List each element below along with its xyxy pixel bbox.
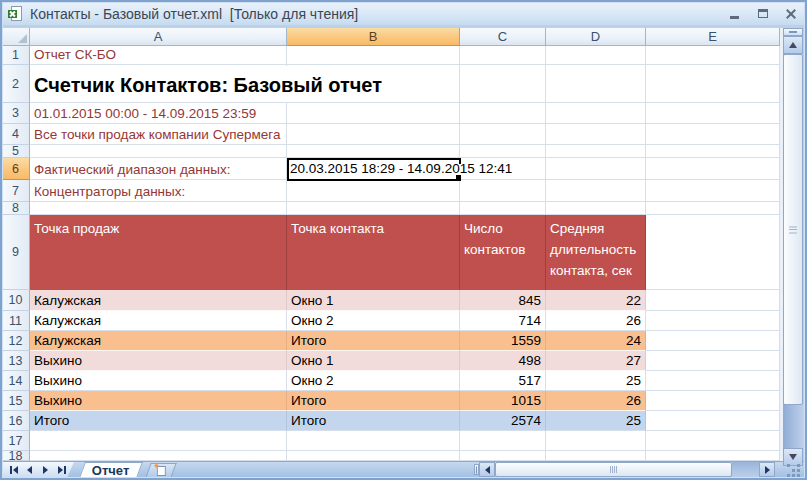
titlebar[interactable]: Контакты - Базовый отчет.xml [Только для… <box>2 2 805 25</box>
table-cell-avg[interactable]: 27 <box>546 351 646 371</box>
table-cell-contact[interactable]: Окно 1 <box>287 351 460 371</box>
cell-C17[interactable] <box>460 431 546 450</box>
cell-A8[interactable] <box>30 202 287 214</box>
table-cell-point[interactable]: Выхино <box>30 351 287 371</box>
table-cell-contact[interactable]: Итого <box>287 411 460 431</box>
row-header-6[interactable]: 6 <box>2 158 30 180</box>
cell-D2[interactable] <box>546 65 646 102</box>
table-cell-point[interactable]: Выхино <box>30 371 287 391</box>
table-cell-contact[interactable]: Окно 2 <box>287 371 460 391</box>
cell-C5[interactable] <box>460 145 546 157</box>
table-cell-count[interactable]: 714 <box>460 311 546 331</box>
cell-E9[interactable] <box>646 215 780 289</box>
table-cell-avg[interactable]: 25 <box>546 411 646 431</box>
cell-C3[interactable] <box>460 103 546 123</box>
cell-E12[interactable] <box>646 331 780 350</box>
cell-D18[interactable] <box>546 451 646 460</box>
fill-handle[interactable] <box>456 175 461 180</box>
vertical-split-handle[interactable] <box>783 28 803 36</box>
cell-D8[interactable] <box>546 202 646 214</box>
table-header-contact[interactable]: Точка контакта <box>287 215 460 290</box>
cell-C7[interactable] <box>460 180 546 201</box>
cell-C4[interactable] <box>460 124 546 144</box>
cell-B5[interactable] <box>287 145 460 157</box>
scroll-left-button[interactable] <box>479 462 495 477</box>
cell-E2[interactable] <box>646 65 780 102</box>
horizontal-split-handle[interactable] <box>474 464 479 475</box>
table-cell-point[interactable]: Калужская <box>30 331 287 351</box>
row-header-5[interactable]: 5 <box>2 145 30 158</box>
cell-D6[interactable] <box>546 158 646 179</box>
cell-a1-report-code[interactable]: Отчет СК-БО <box>30 46 287 65</box>
scroll-up-button[interactable] <box>783 36 803 54</box>
cell-E6[interactable] <box>646 158 780 179</box>
table-cell-count[interactable]: 1015 <box>460 391 546 411</box>
last-sheet-button[interactable] <box>55 463 68 477</box>
cell-B8[interactable] <box>287 202 460 214</box>
row-header-7[interactable]: 7 <box>2 180 30 202</box>
tab-otchet[interactable]: Отчет <box>79 462 143 478</box>
row-header-10[interactable]: 10 <box>2 290 30 311</box>
cell-E14[interactable] <box>646 371 780 390</box>
cell-A5[interactable] <box>30 145 287 157</box>
cell-B1[interactable] <box>287 46 460 64</box>
cell-A18[interactable] <box>30 451 287 460</box>
row-header-2[interactable]: 2 <box>2 65 30 103</box>
cell-C2[interactable] <box>460 65 546 102</box>
cell-B17[interactable] <box>287 431 460 450</box>
cell-E10[interactable] <box>646 290 780 310</box>
row-header-18[interactable]: 18 <box>2 451 30 461</box>
cell-D1[interactable] <box>546 46 646 64</box>
cell-E7[interactable] <box>646 180 780 201</box>
cell-a3-date-range[interactable]: 01.01.2015 00:00 - 14.09.2015 23:59 <box>30 103 287 124</box>
cell-E1[interactable] <box>646 46 780 64</box>
close-button[interactable] <box>782 6 799 22</box>
cell-C8[interactable] <box>460 202 546 214</box>
vertical-scrollbar[interactable] <box>783 28 803 466</box>
table-cell-point[interactable]: Выхино <box>30 391 287 411</box>
cell-C18[interactable] <box>460 451 546 460</box>
row-header-9[interactable]: 9 <box>2 215 30 290</box>
cell-D4[interactable] <box>546 124 646 144</box>
row-header-11[interactable]: 11 <box>2 311 30 331</box>
cell-B4[interactable] <box>287 124 460 144</box>
column-header-B[interactable]: B <box>287 28 460 46</box>
cell-a4-scope[interactable]: Все точки продаж компании Супермега <box>30 124 287 145</box>
cell-D5[interactable] <box>546 145 646 157</box>
cell-E5[interactable] <box>646 145 780 157</box>
table-header-count[interactable]: Число контактов <box>460 215 546 290</box>
vertical-scroll-track[interactable] <box>783 405 803 448</box>
cell-E3[interactable] <box>646 103 780 123</box>
table-cell-contact[interactable]: Итого <box>287 391 460 411</box>
row-header-15[interactable]: 15 <box>2 391 30 411</box>
minimize-button[interactable] <box>726 6 743 22</box>
cell-C1[interactable] <box>460 46 546 64</box>
table-cell-point[interactable]: Калужская <box>30 311 287 331</box>
table-cell-avg[interactable]: 24 <box>546 331 646 351</box>
cell-B7[interactable] <box>287 180 460 201</box>
cell-E8[interactable] <box>646 202 780 214</box>
cell-D3[interactable] <box>546 103 646 123</box>
table-header-point[interactable]: Точка продаж <box>30 215 287 290</box>
table-cell-contact[interactable]: Окно 2 <box>287 311 460 331</box>
row-header-4[interactable]: 4 <box>2 124 30 145</box>
table-cell-contact[interactable]: Окно 1 <box>287 290 460 311</box>
table-cell-count[interactable]: 2574 <box>460 411 546 431</box>
cell-E13[interactable] <box>646 351 780 370</box>
cell-E15[interactable] <box>646 391 780 410</box>
table-cell-count[interactable]: 498 <box>460 351 546 371</box>
cell-D17[interactable] <box>546 431 646 450</box>
previous-sheet-button[interactable] <box>23 463 36 477</box>
cell-a2-report-title[interactable]: Счетчик Контактов: Базовый отчет <box>30 66 428 102</box>
horizontal-scroll-thumb[interactable] <box>495 462 732 477</box>
scroll-right-button[interactable] <box>759 462 775 477</box>
cell-D7[interactable] <box>546 180 646 201</box>
select-all-corner[interactable] <box>2 28 30 46</box>
row-header-1[interactable]: 1 <box>2 46 30 65</box>
first-sheet-button[interactable] <box>7 463 20 477</box>
cell-E11[interactable] <box>646 311 780 330</box>
cell-E4[interactable] <box>646 124 780 144</box>
column-header-C[interactable]: C <box>460 28 546 46</box>
cell-E17[interactable] <box>646 431 780 450</box>
row-header-14[interactable]: 14 <box>2 371 30 391</box>
